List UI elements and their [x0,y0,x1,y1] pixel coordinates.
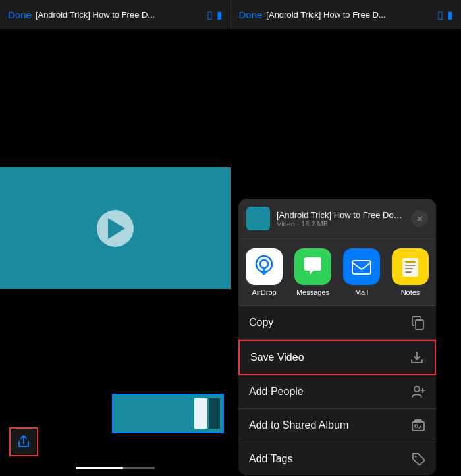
add-people-label: Add People [249,386,411,398]
airdrop-label: AirDrop [252,288,276,296]
share-header-thumbnail [246,207,270,230]
add-shared-album-action[interactable]: Add to Shared Album [238,409,436,442]
thumbnail-strip [112,394,230,436]
mail-icon-bg [343,248,380,285]
save-video-label: Save Video [250,352,410,363]
share-header-title: [Android Trick] How to Free Download... [277,210,404,220]
notes-label: Notes [401,288,420,296]
right-tab-title: [Android Trick] How to Free D... [266,10,433,20]
video-player-panel [0,29,230,476]
airdrop-icon-bg [246,248,283,285]
thumb-dark-bar [209,398,220,429]
share-button[interactable] [11,429,36,454]
share-header-subtitle: Video · 18.2 MB [277,220,404,228]
svg-rect-13 [412,422,424,431]
share-button-highlight [9,427,38,456]
left-tab-title: [Android Trick] How to Free D... [36,10,203,20]
right-tab: Done [Android Trick] How to Free D... ▯ … [231,0,462,29]
thumb-white-bar [194,398,207,429]
svg-rect-7 [405,268,413,269]
right-tab-new-icon[interactable]: ▮ [447,9,453,21]
progress-bar[interactable] [76,467,155,469]
svg-point-1 [260,260,268,268]
progress-fill [76,467,123,469]
add-people-action[interactable]: Add People [238,375,436,409]
left-done-button[interactable]: Done [8,9,32,20]
svg-rect-8 [405,271,412,273]
svg-rect-6 [405,265,416,266]
save-video-icon [410,350,424,365]
add-shared-album-label: Add to Shared Album [249,419,411,431]
play-triangle-icon [108,218,125,239]
right-done-button[interactable]: Done [239,9,263,20]
thumbnail-item [112,394,224,433]
play-button[interactable] [97,210,134,247]
messages-label: Messages [296,288,329,296]
left-tab-expand-icon[interactable]: ▯ [207,9,213,21]
video-black-top [0,29,230,167]
share-icon [16,435,31,449]
mail-svg-icon [350,255,373,278]
svg-rect-5 [405,261,416,263]
tab-bar: Done [Android Trick] How to Free D... ▯ … [0,0,461,29]
action-items-list: Copy Save Video A [238,306,436,475]
right-tab-expand-icon[interactable]: ▯ [437,9,443,21]
add-people-icon [411,384,425,399]
share-sheet-header: [Android Trick] How to Free Download... … [238,199,436,238]
airdrop-app-icon[interactable]: AirDrop [246,248,283,296]
main-content: [Android Trick] How to Free Download... … [0,29,461,476]
messages-app-icon[interactable]: Messages [294,248,331,296]
video-black-bottom [0,289,230,476]
add-shared-album-icon [411,418,425,433]
add-tags-label: Add Tags [249,453,411,465]
copy-label: Copy [249,317,411,329]
airdrop-svg-icon [252,254,277,279]
add-tags-action[interactable]: Add Tags [238,442,436,475]
add-tags-icon [411,452,425,466]
right-panel: [Android Trick] How to Free Download... … [230,29,461,476]
left-tab-new-icon[interactable]: ▮ [217,9,223,21]
svg-point-15 [415,456,417,458]
notes-icon-bg [392,248,429,285]
svg-rect-9 [416,320,423,329]
svg-point-10 [414,386,420,392]
video-thumbnail[interactable] [0,167,230,289]
svg-rect-3 [352,261,371,274]
copy-icon [411,315,425,330]
mail-label: Mail [355,288,368,296]
share-sheet: [Android Trick] How to Free Download... … [238,199,436,475]
mail-app-icon[interactable]: Mail [343,248,380,296]
notes-app-icon[interactable]: Notes [392,248,429,296]
save-video-action[interactable]: Save Video [238,340,436,375]
share-header-info: [Android Trick] How to Free Download... … [277,210,404,228]
app-icons-row: AirDrop Messages [238,239,436,305]
messages-svg-icon [302,255,324,278]
notes-svg-icon [399,255,421,278]
left-tab: Done [Android Trick] How to Free D... ▯ … [0,0,231,29]
messages-icon-bg [294,248,331,285]
copy-action[interactable]: Copy [238,306,436,340]
svg-point-14 [415,425,418,427]
share-close-button[interactable]: ✕ [411,210,428,227]
